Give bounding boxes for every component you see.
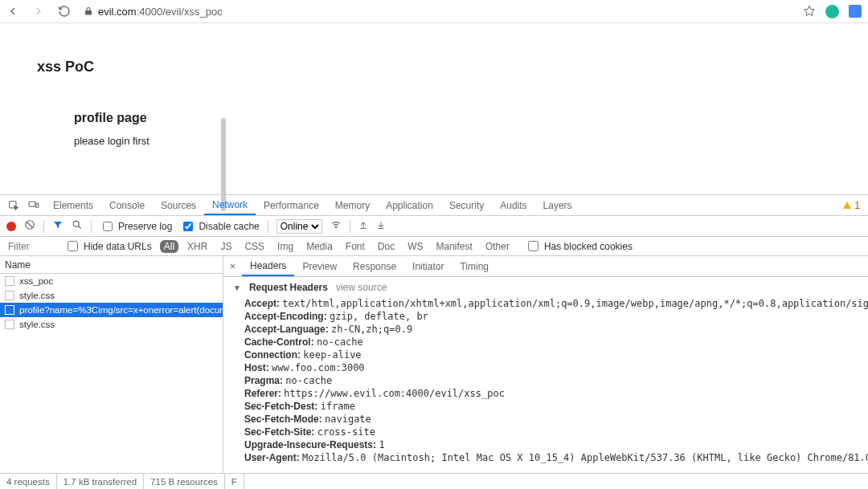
- request-headers-section[interactable]: ▼ Request Headers view source: [233, 282, 858, 293]
- devtools-tab-console[interactable]: Console: [101, 195, 153, 215]
- record-button[interactable]: [6, 222, 16, 231]
- request-name: style.css: [19, 291, 55, 300]
- network-body: Name xss_pocstyle.cssprofile?name=%3Cimg…: [0, 256, 868, 473]
- preserve-log-checkbox[interactable]: Preserve log: [100, 219, 172, 234]
- warning-count: 1: [854, 200, 860, 211]
- devtools-tab-security[interactable]: Security: [441, 195, 492, 215]
- network-status-bar: 4 requests 1.7 kB transferred 715 B reso…: [0, 473, 868, 489]
- upload-icon[interactable]: [358, 220, 368, 232]
- filter-icon[interactable]: [52, 219, 63, 233]
- request-list-header[interactable]: Name: [0, 256, 223, 274]
- devtools-tab-elements[interactable]: Elements: [45, 195, 101, 215]
- throttling-select[interactable]: Online: [276, 219, 322, 234]
- filter-type-xhr[interactable]: XHR: [183, 240, 211, 253]
- devtools-tab-performance[interactable]: Performance: [256, 195, 327, 215]
- svg-point-4: [73, 221, 79, 226]
- header-line: Connection: keep-alive: [244, 349, 858, 361]
- request-row[interactable]: style.css: [0, 288, 223, 303]
- status-resources: 715 B resources: [144, 474, 225, 489]
- detail-body: ▼ Request Headers view source Accept: te…: [223, 277, 868, 473]
- detail-tab-preview[interactable]: Preview: [294, 256, 345, 276]
- status-finish: F: [225, 474, 244, 489]
- star-icon[interactable]: [803, 5, 816, 18]
- address-bar[interactable]: evil.com:4000/evil/xss_poc: [84, 6, 796, 18]
- header-line: Pragma: no-cache: [244, 375, 858, 386]
- disclosure-triangle-icon: ▼: [233, 283, 241, 292]
- file-icon: [5, 276, 14, 286]
- device-icon[interactable]: [27, 200, 40, 211]
- devtools-tab-memory[interactable]: Memory: [327, 195, 378, 215]
- header-line: Sec-Fetch-Dest: iframe: [244, 401, 858, 412]
- detail-tab-response[interactable]: Response: [345, 256, 404, 276]
- filter-type-img[interactable]: Img: [273, 240, 297, 253]
- warning-indicator[interactable]: 1: [843, 200, 865, 211]
- search-icon[interactable]: [72, 219, 83, 233]
- iframe-text: please login first: [74, 135, 225, 147]
- profile-avatar[interactable]: [825, 5, 839, 18]
- devtools-tab-sources[interactable]: Sources: [153, 195, 204, 215]
- devtools-tab-application[interactable]: Application: [378, 195, 441, 215]
- filter-input[interactable]: [6, 240, 53, 253]
- devtools-panel: ElementsConsoleSourcesNetworkPerformance…: [0, 194, 868, 489]
- header-line: Sec-Fetch-Site: cross-site: [244, 426, 858, 438]
- header-line: Accept: text/html,application/xhtml+xml,…: [244, 298, 858, 309]
- request-name: xss_poc: [19, 276, 53, 286]
- header-line: Upgrade-Insecure-Requests: 1: [244, 439, 858, 450]
- devtools-tab-audits[interactable]: Audits: [492, 195, 534, 215]
- svg-rect-1: [29, 202, 35, 206]
- reload-icon[interactable]: [58, 5, 71, 18]
- status-requests: 4 requests: [0, 474, 57, 489]
- close-detail-button[interactable]: ×: [223, 261, 242, 272]
- page-heading: xss PoC: [37, 59, 868, 75]
- download-icon[interactable]: [376, 220, 386, 232]
- detail-tab-row: × HeadersPreviewResponseInitiatorTiming: [223, 256, 868, 277]
- network-toolbar: Preserve log Disable cache Online: [0, 216, 868, 237]
- filter-type-js[interactable]: JS: [216, 240, 235, 253]
- forward-icon[interactable]: [32, 5, 45, 18]
- toolbar-right: [803, 5, 862, 18]
- nav-icon-group: [6, 5, 71, 18]
- filter-type-doc[interactable]: Doc: [374, 240, 399, 253]
- header-line: Cache-Control: no-cache: [244, 336, 858, 348]
- request-row[interactable]: xss_poc: [0, 274, 223, 288]
- inspect-icon[interactable]: [8, 200, 19, 211]
- devtools-tab-row: ElementsConsoleSourcesNetworkPerformance…: [0, 195, 868, 216]
- has-blocked-cookies-checkbox[interactable]: Has blocked cookies: [525, 238, 633, 254]
- header-line: User-Agent: Mozilla/5.0 (Macintosh; Inte…: [244, 452, 858, 463]
- header-line: Host: www.foo.com:3000: [244, 362, 858, 373]
- filter-type-manifest[interactable]: Manifest: [432, 240, 477, 253]
- warning-icon: [843, 202, 851, 209]
- translate-icon[interactable]: [849, 5, 862, 18]
- svg-point-5: [335, 226, 336, 227]
- header-line: Sec-Fetch-Mode: navigate: [244, 414, 858, 425]
- filter-row: Hide data URLs AllXHRJSCSSImgMediaFontDo…: [0, 237, 868, 256]
- hide-data-urls-checkbox[interactable]: Hide data URLs: [64, 238, 152, 254]
- iframe-title: profile page: [74, 111, 225, 125]
- filter-type-ws[interactable]: WS: [403, 240, 427, 253]
- filter-type-other[interactable]: Other: [481, 240, 514, 253]
- detail-tab-headers[interactable]: Headers: [242, 256, 294, 276]
- url-text: evil.com:4000/evil/xss_poc: [98, 6, 223, 18]
- request-name: style.css: [19, 320, 55, 329]
- devtools-tab-layers[interactable]: Layers: [535, 195, 580, 215]
- back-icon[interactable]: [6, 5, 19, 18]
- header-line: Referer: https://www.evil.com:4000/evil/…: [244, 388, 858, 399]
- filter-type-all[interactable]: All: [160, 240, 178, 253]
- disable-cache-checkbox[interactable]: Disable cache: [180, 219, 259, 234]
- filter-type-css[interactable]: CSS: [240, 240, 268, 253]
- request-list: Name xss_pocstyle.cssprofile?name=%3Cimg…: [0, 256, 223, 473]
- clear-icon[interactable]: [24, 219, 35, 233]
- status-transferred: 1.7 kB transferred: [57, 474, 144, 489]
- iframe-content: profile page please login first: [74, 111, 225, 147]
- filter-type-media[interactable]: Media: [302, 240, 337, 253]
- filter-type-font[interactable]: Font: [342, 240, 369, 253]
- request-detail: × HeadersPreviewResponseInitiatorTiming …: [223, 256, 868, 473]
- svg-rect-2: [36, 203, 39, 207]
- detail-tab-timing[interactable]: Timing: [452, 256, 497, 276]
- view-source-link[interactable]: view source: [336, 282, 387, 293]
- request-row[interactable]: style.css: [0, 317, 223, 332]
- request-row[interactable]: profile?name=%3Cimg/src=x+onerror=alert(…: [0, 303, 223, 317]
- wifi-icon[interactable]: [330, 219, 342, 233]
- detail-tab-initiator[interactable]: Initiator: [404, 256, 452, 276]
- devtools-tab-network[interactable]: Network: [204, 195, 256, 215]
